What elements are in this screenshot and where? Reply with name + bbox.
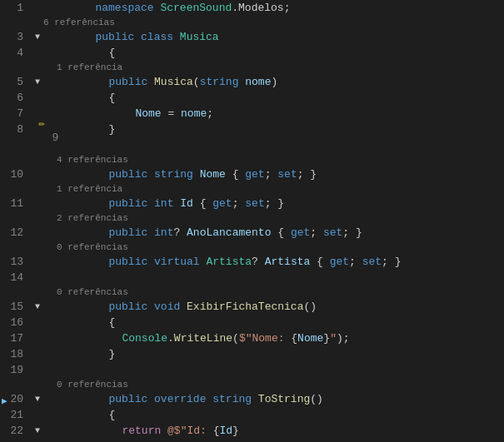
code-line-13: 13 public virtual Artista? Artista { get… (0, 254, 504, 270)
code-line-9: 9 ✏ (0, 137, 504, 153)
code-editor: 1 namespace ScreenSound.Modelos; 6 refer… (0, 0, 504, 442)
code-line-20: ▶ 20 ▼ public override string ToString() (0, 391, 504, 407)
pencil-icon: ✏ (38, 116, 45, 132)
code-line-18: 18 } (0, 346, 504, 362)
code-line-8: 8 } (0, 122, 504, 137)
run-icon: ▶ (2, 394, 7, 410)
